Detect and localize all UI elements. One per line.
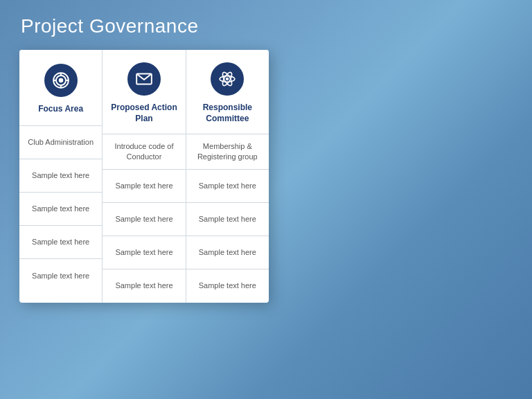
cell-col1-row3: Sample text here (103, 236, 185, 269)
page-title: Project Governance (0, 0, 532, 50)
svg-point-11 (226, 78, 229, 80)
column-focus-area: Focus AreaClub AdministrationSample text… (19, 50, 103, 303)
envelope-icon (127, 62, 161, 96)
column-responsible-committee: Responsible CommitteeMembership & Regist… (186, 50, 269, 303)
col-header-focus-area: Focus Area (19, 50, 102, 126)
svg-point-2 (58, 78, 63, 82)
cell-col0-row3: Sample text here (19, 226, 102, 259)
col-title-responsible-committee: Responsible Committee (193, 103, 262, 124)
cell-col1-row2: Sample text here (103, 203, 185, 236)
governance-table: Focus AreaClub AdministrationSample text… (19, 50, 269, 303)
cell-col0-row1: Sample text here (19, 159, 102, 193)
cell-col1-row0: Introduce code of Conductor (103, 134, 185, 170)
col-title-proposed-action-plan: Proposed Action Plan (109, 103, 178, 124)
cell-col0-row4: Sample text here (19, 259, 102, 292)
cell-col0-row0: Club Administration (19, 126, 102, 159)
cell-col1-row1: Sample text here (103, 170, 185, 203)
col-header-proposed-action-plan: Proposed Action Plan (103, 50, 185, 134)
cell-col0-row2: Sample text here (19, 193, 102, 226)
cell-col2-row2: Sample text here (186, 203, 269, 236)
cell-col2-row1: Sample text here (186, 170, 269, 203)
cell-col2-row3: Sample text here (186, 236, 269, 269)
atom-icon (211, 62, 244, 96)
cell-col1-row4: Sample text here (103, 269, 185, 303)
col-header-responsible-committee: Responsible Committee (186, 50, 269, 134)
cell-col2-row4: Sample text here (186, 269, 269, 303)
cell-col2-row0: Membership & Registering group (186, 134, 269, 170)
col-title-focus-area: Focus Area (38, 104, 83, 115)
target-icon (44, 64, 78, 97)
column-proposed-action-plan: Proposed Action PlanIntroduce code of Co… (103, 50, 186, 303)
